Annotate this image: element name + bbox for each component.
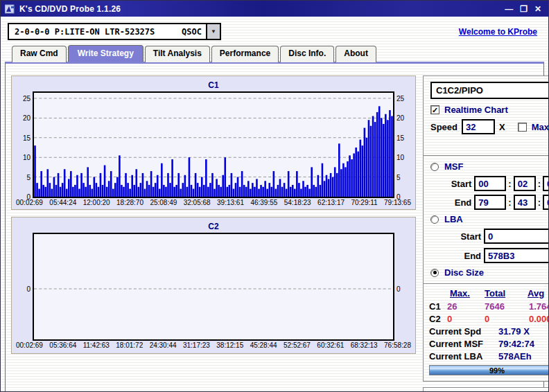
- welcome-link[interactable]: Welcome to KProbe: [459, 27, 537, 37]
- msf-radio[interactable]: [430, 163, 439, 171]
- c2-y-axis-left: 0: [15, 233, 33, 341]
- lba-label: LBA: [444, 214, 463, 224]
- msf-start-min-input[interactable]: [474, 176, 506, 191]
- chevron-down-icon[interactable]: ▼: [206, 24, 220, 39]
- current-lba-value: 578AEh: [498, 351, 532, 362]
- progress-bar-label: 99%: [430, 366, 549, 375]
- disc-size-label: Disc Size: [444, 267, 484, 278]
- y-tick-label: 15: [23, 134, 31, 142]
- msf-start-frame-input[interactable]: [543, 176, 549, 191]
- y-tick-label: 0: [26, 193, 31, 201]
- c2-plot-area: [33, 233, 394, 341]
- msf-label: MSF: [444, 161, 463, 172]
- x-tick-label: 32:05:68: [184, 199, 211, 208]
- lba-start-label: Start: [460, 231, 481, 242]
- current-msf-label: Current MSF: [429, 339, 498, 349]
- y-tick-label: 0: [26, 285, 31, 293]
- range-section: MSF Start : : End: [424, 155, 549, 283]
- drive-selector[interactable]: 2-0-0-0 P:LITE-ON LTR-52327S QSOC ▼: [8, 23, 221, 40]
- x-tick-label: 39:13:61: [217, 199, 244, 208]
- x-tick-label: 62:13:17: [317, 199, 345, 208]
- realtime-chart-checkbox[interactable]: ✓: [430, 105, 439, 114]
- lba-end-input[interactable]: [484, 248, 549, 263]
- tab-raw-cmd[interactable]: Raw Cmd: [12, 46, 67, 62]
- y-tick-label: 0: [397, 285, 401, 293]
- x-tick-label: 60:32:61: [317, 341, 344, 350]
- x-tick-label: 24:30:44: [150, 341, 177, 350]
- disc-size-radio[interactable]: [430, 269, 439, 277]
- c1-x-axis-labels: 00:02:6905:44:2412:00:2018:28:7025:08:49…: [15, 198, 412, 208]
- x-tick-label: 68:32:13: [351, 341, 378, 350]
- stats-section: Max. Total Avg C12676461.764C2000.000 Cu…: [424, 283, 549, 381]
- y-tick-label: 5: [26, 174, 31, 181]
- tab-about[interactable]: About: [336, 46, 376, 62]
- x-tick-label: 46:39:55: [250, 199, 277, 208]
- x-tick-label: 12:00:20: [83, 199, 110, 208]
- charts-column: C1 0510152025 0510152025 00:02:6905:44:2…: [11, 75, 416, 392]
- actions-box: Stop Start: [423, 387, 549, 392]
- speed-unit: X: [499, 122, 505, 132]
- x-tick-label: 45:28:44: [250, 341, 277, 350]
- app-icon: [5, 4, 15, 14]
- c2-stats-row: C2000.000: [429, 314, 549, 324]
- x-tick-label: 05:44:24: [49, 199, 76, 208]
- drive-selector-value: 2-0-0-0 P:LITE-ON LTR-52327S: [15, 27, 155, 37]
- minimize-button[interactable]: —: [505, 5, 513, 13]
- lba-end-label: End: [464, 251, 481, 261]
- msf-end-min-input[interactable]: [474, 195, 506, 210]
- msf-end-sec-input[interactable]: [514, 195, 536, 210]
- tab-tilt-analysis[interactable]: Tilt Analysis: [145, 46, 210, 62]
- current-lba-row: Current LBA 578AEh: [429, 351, 549, 362]
- speed-label: Speed: [430, 122, 458, 132]
- window-title: K's CD/DVD Probe 1.1.26: [19, 4, 505, 14]
- check-icon: ✓: [432, 107, 438, 114]
- x-tick-label: 52:52:67: [284, 341, 311, 350]
- close-button[interactable]: ✕: [534, 5, 541, 13]
- y-tick-label: 15: [397, 134, 404, 142]
- y-tick-label: 5: [397, 174, 401, 181]
- separator: :: [538, 179, 541, 189]
- tab-write-strategy[interactable]: Write Strategy: [68, 45, 143, 62]
- tab-disc-info[interactable]: Disc Info.: [280, 46, 334, 62]
- x-tick-label: 11:42:63: [83, 341, 110, 350]
- current-lba-label: Current LBA: [429, 351, 498, 362]
- c2-x-axis-labels: 00:02:6905:36:6411:42:6318:01:7224:30:44…: [15, 341, 412, 350]
- toolbar-row: 2-0-0-0 P:LITE-ON LTR-52327S QSOC ▼ Welc…: [5, 19, 544, 42]
- current-msf-value: 79:42:74: [498, 339, 534, 349]
- chart-mode-value: C1C2/PIPO: [432, 83, 549, 98]
- maximize-button[interactable]: ❐: [520, 5, 528, 13]
- max-speed-checkbox[interactable]: ✓: [518, 123, 527, 132]
- stats-header-total: Total: [485, 288, 528, 299]
- speed-input[interactable]: [462, 119, 495, 134]
- x-tick-label: 25:08:49: [150, 199, 177, 208]
- y-tick-label: 25: [23, 95, 31, 103]
- x-tick-label: 18:28:70: [116, 199, 143, 208]
- tab-performance[interactable]: Performance: [211, 46, 279, 62]
- current-speed-value: 31.79 X: [498, 326, 530, 337]
- chart-mode-select[interactable]: C1C2/PIPO ▼: [430, 82, 549, 99]
- c2-chart-panel: C2 0 0 00:02:6905:36:6411:42:6318:01:722…: [11, 217, 416, 354]
- x-tick-label: 18:01:72: [116, 341, 143, 350]
- lba-start-input[interactable]: [484, 229, 549, 244]
- current-speed-label: Current Spd: [429, 326, 498, 337]
- msf-end-frame-input[interactable]: [543, 195, 549, 210]
- tab-page-write-strategy: C1 0510152025 0510152025 00:02:6905:44:2…: [5, 62, 544, 392]
- lba-radio[interactable]: [430, 215, 439, 224]
- current-speed-row: Current Spd 31.79 X: [429, 326, 549, 337]
- y-tick-label: 10: [23, 154, 31, 161]
- chart-mode-section: C1C2/PIPO ▼ ✓ Realtime Chart Speed X: [424, 76, 549, 155]
- x-tick-label: 76:58:28: [384, 341, 411, 350]
- x-tick-label: 38:12:15: [216, 341, 243, 350]
- c1-stats-row: C12676461.764: [429, 301, 549, 312]
- tab-bar: Raw CmdWrite StrategyTilt AnalysisPerfor…: [5, 45, 544, 62]
- y-tick-label: 20: [23, 114, 31, 122]
- c1-plot-area: [33, 91, 394, 198]
- c1-y-axis-right: 0510152025: [394, 91, 412, 198]
- x-tick-label: 54:18:23: [284, 199, 311, 208]
- app-window: K's CD/DVD Probe 1.1.26 — ❐ ✕ 2-0-0-0 P:…: [0, 0, 549, 392]
- c1-chart-panel: C1 0510152025 0510152025 00:02:6905:44:2…: [11, 75, 416, 210]
- x-tick-label: 70:29:11: [351, 199, 377, 208]
- progress-bar: 99%: [429, 365, 549, 375]
- c1-chart-title: C1: [15, 79, 412, 91]
- msf-start-sec-input[interactable]: [514, 176, 536, 191]
